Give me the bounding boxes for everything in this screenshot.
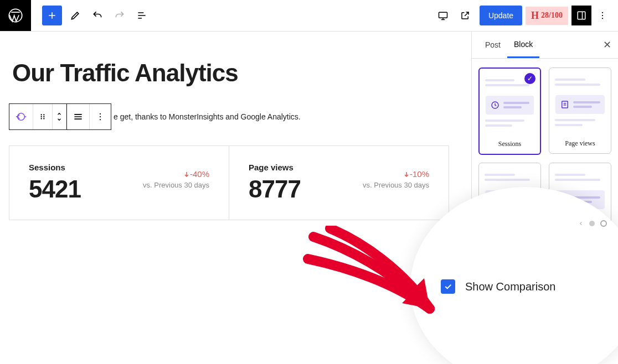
block-type-icon[interactable] (9, 104, 33, 129)
svg-point-3 (602, 12, 603, 13)
svg-rect-1 (439, 12, 447, 18)
top-toolbar: Update H 28/100 (0, 0, 618, 32)
svg-point-10 (43, 116, 44, 117)
stat-sessions[interactable]: Sessions 5421 -40% vs. Previous 30 days (9, 146, 229, 220)
callout-label: Show Comparison (465, 280, 555, 293)
seo-score-badge[interactable]: H 28/100 (526, 7, 568, 25)
outline-icon[interactable] (133, 7, 151, 24)
undo-button[interactable] (89, 7, 106, 24)
svg-point-12 (43, 118, 44, 119)
stat-prev: vs. Previous 30 days (363, 181, 429, 189)
tab-block[interactable]: Block (507, 32, 539, 58)
card-sessions[interactable]: ✓ Sessions (478, 67, 541, 155)
stat-pageviews[interactable]: Page views 8777 -10% vs. Previous 30 day… (229, 146, 449, 220)
block-more-icon[interactable] (90, 104, 111, 129)
tab-post[interactable]: Post (478, 33, 507, 57)
close-icon[interactable]: ✕ (603, 39, 611, 51)
wp-logo[interactable] (0, 0, 31, 31)
svg-point-5 (602, 18, 603, 19)
card-label: Sessions (498, 140, 521, 148)
svg-point-11 (41, 118, 42, 119)
sidebar-tabs: Post Block ✕ (472, 32, 618, 59)
drag-handle-icon[interactable] (33, 104, 53, 129)
card-label: Page views (565, 139, 595, 148)
score-text: 28/100 (541, 11, 563, 20)
svg-point-14 (100, 116, 101, 117)
checkbox-icon[interactable] (441, 279, 455, 294)
page-title[interactable]: Our Traffic Analytics (12, 59, 471, 87)
update-button[interactable]: Update (480, 6, 522, 25)
svg-point-9 (41, 116, 42, 117)
align-icon[interactable] (66, 104, 90, 129)
editor-canvas: Our Traffic Analytics (0, 32, 471, 364)
svg-point-6 (18, 113, 25, 121)
add-block-button[interactable] (42, 6, 62, 25)
desktop-preview-icon[interactable] (434, 7, 452, 24)
external-link-icon[interactable] (456, 7, 474, 24)
svg-point-7 (41, 114, 42, 115)
settings-toggle-button[interactable] (571, 6, 591, 25)
block-toolbar (9, 103, 111, 130)
check-icon: ✓ (524, 73, 535, 84)
svg-point-13 (100, 113, 101, 115)
edit-icon[interactable] (66, 7, 84, 24)
pagination-dots[interactable] (578, 220, 607, 227)
more-menu-icon[interactable] (594, 7, 611, 24)
stat-delta: -10% (363, 169, 429, 179)
svg-point-8 (43, 114, 44, 115)
stat-prev: vs. Previous 30 days (143, 181, 209, 189)
redo-button[interactable] (111, 7, 128, 24)
svg-rect-2 (578, 12, 585, 19)
stats-container: Sessions 5421 -40% vs. Previous 30 days … (9, 145, 449, 220)
paragraph-fragment[interactable]: e get, thanks to MonsterInsights and Goo… (114, 112, 301, 121)
card-pageviews[interactable]: Page views (549, 67, 611, 154)
svg-point-15 (100, 119, 101, 120)
stat-delta: -40% (143, 169, 209, 179)
svg-point-4 (602, 15, 603, 16)
move-arrows[interactable] (53, 104, 66, 129)
